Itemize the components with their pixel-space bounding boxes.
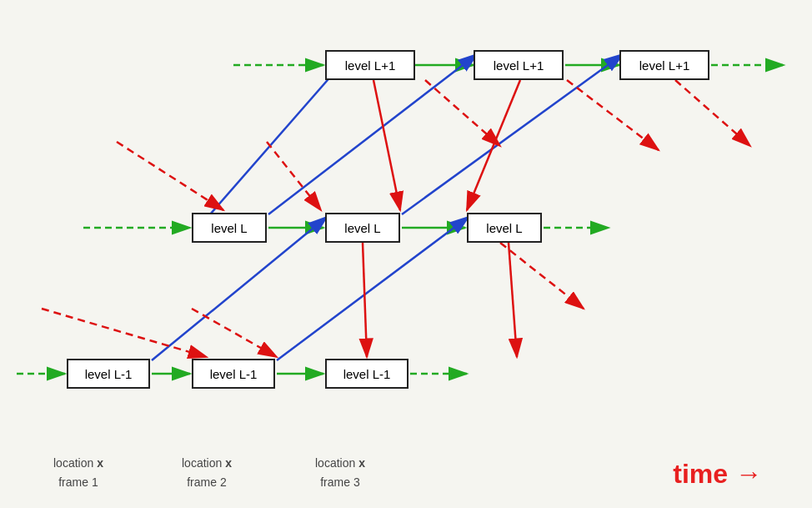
time-label: time → <box>673 459 762 490</box>
svg-line-23 <box>363 243 367 357</box>
node-level-l-plus1-1: level L+1 <box>325 50 415 80</box>
location-frame-3: location xframe 3 <box>315 454 365 491</box>
node-level-l-minus1-1: level L-1 <box>67 359 150 389</box>
node-level-l-minus1-3: level L-1 <box>325 359 409 389</box>
location-frame-2: location xframe 2 <box>182 454 232 491</box>
node-level-l-plus1-3: level L+1 <box>619 50 709 80</box>
svg-line-26 <box>42 309 207 357</box>
svg-line-29 <box>425 80 500 146</box>
svg-line-32 <box>675 80 750 146</box>
svg-line-30 <box>567 80 659 150</box>
diagram-container: level L-1 level L-1 level L-1 level L le… <box>0 0 812 508</box>
node-level-l-3: level L <box>467 213 542 243</box>
svg-line-25 <box>117 142 223 210</box>
node-level-l-2: level L <box>325 213 400 243</box>
svg-line-28 <box>192 309 277 357</box>
node-level-l-minus1-2: level L-1 <box>192 359 275 389</box>
svg-line-27 <box>267 142 321 210</box>
svg-line-22 <box>467 80 520 210</box>
svg-line-21 <box>373 80 400 210</box>
location-frame-1: location xframe 1 <box>53 454 103 491</box>
node-level-l-plus1-2: level L+1 <box>474 50 564 80</box>
node-level-l-1: level L <box>192 213 267 243</box>
svg-line-24 <box>509 243 517 357</box>
